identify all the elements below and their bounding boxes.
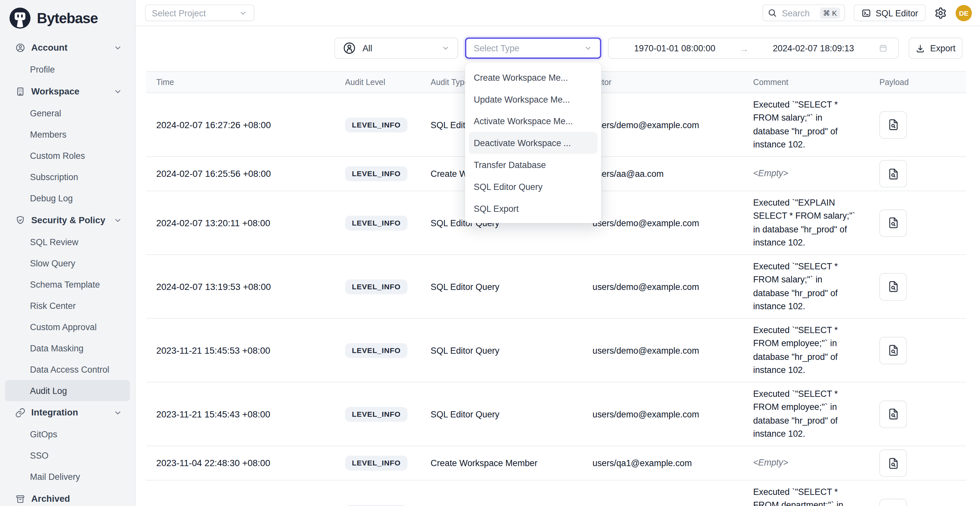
link-icon	[15, 407, 26, 418]
sidebar-item-integration[interactable]: Integration	[5, 401, 130, 423]
sidebar-item-general[interactable]: General	[5, 103, 130, 124]
date-from[interactable]: 1970-01-01 08:00:00	[619, 43, 730, 53]
level-badge: LEVEL_INFO	[345, 456, 407, 471]
table-row: 2023-11-21 15:45:43 +08:00 LEVEL_INFO SQ…	[146, 382, 966, 446]
sidebar-item-custom-roles[interactable]: Custom Roles	[5, 145, 130, 166]
chevron-down-icon	[113, 87, 123, 96]
logo-wordmark: Bytebase	[37, 10, 98, 27]
sidebar-item-audit-log[interactable]: Audit Log	[5, 380, 130, 401]
column-header-audit-level: Audit Level	[345, 78, 431, 87]
sidebar-item-data-access-control[interactable]: Data Access Control	[5, 359, 130, 380]
sidebar-item-members[interactable]: Members	[5, 124, 130, 145]
bytebase-logo-icon	[8, 6, 32, 30]
view-payload-button[interactable]	[879, 273, 907, 301]
arrow-right-icon: →	[740, 43, 749, 54]
level-badge: LEVEL_INFO	[345, 166, 407, 181]
column-header-payload: Payload	[879, 78, 966, 87]
level-badge: LEVEL_INFO	[345, 407, 407, 422]
view-payload-button[interactable]	[879, 400, 907, 428]
building-icon	[15, 86, 26, 97]
download-icon	[916, 43, 926, 53]
shield-check-icon	[15, 215, 26, 226]
chevron-down-icon	[441, 44, 450, 53]
project-select[interactable]: Select Project	[145, 4, 255, 21]
chevron-down-icon	[239, 8, 247, 18]
view-payload-button[interactable]	[879, 111, 907, 138]
file-search-icon	[886, 344, 900, 357]
sidebar-item-slow-query[interactable]: Slow Query	[5, 252, 130, 274]
column-header-actor: Actor	[593, 78, 753, 87]
level-badge: LEVEL_INFO	[345, 343, 407, 358]
search-box[interactable]: ⌘ K	[763, 4, 845, 21]
search-shortcut-badge: ⌘ K	[820, 7, 840, 18]
actor-filter-select[interactable]: All	[334, 38, 458, 59]
sidebar-item-security-policy[interactable]: Security & Policy	[5, 209, 130, 231]
sidebar-item-profile[interactable]: Profile	[5, 59, 130, 80]
file-search-icon	[886, 457, 900, 470]
menu-item-activate-workspace-member[interactable]: Activate Workspace Me...	[465, 110, 601, 132]
sidebar-item-schema-template[interactable]: Schema Template	[5, 274, 130, 295]
sidebar-item-account[interactable]: Account	[5, 36, 130, 59]
sidebar-item-debug-log[interactable]: Debug Log	[5, 188, 130, 209]
user-circle-icon	[15, 42, 26, 53]
sidebar-item-workspace[interactable]: Workspace	[5, 80, 130, 103]
topbar: Select Project ⌘ K SQL Editor DE	[136, 0, 980, 26]
app-window: Bytebase Account Profile Workspace Gener…	[0, 0, 980, 506]
sql-editor-button[interactable]: SQL Editor	[854, 4, 926, 21]
sidebar-item-archived[interactable]: Archived	[5, 487, 130, 506]
view-payload-button[interactable]	[879, 449, 907, 477]
audit-log-page: All Select Type 1970-01-01 08:00:00 → 20…	[136, 26, 980, 506]
sidebar-item-mail-delivery[interactable]: Mail Delivery	[5, 466, 130, 487]
view-payload-button[interactable]	[879, 337, 907, 364]
menu-item-transfer-database[interactable]: Transfer Database	[465, 154, 601, 175]
menu-item-sql-export[interactable]: SQL Export	[465, 197, 601, 220]
calendar-icon	[878, 43, 888, 53]
date-range-picker[interactable]: 1970-01-01 08:00:00 → 2024-02-07 18:09:1…	[608, 38, 899, 59]
table-row: 2023-11-04 22:48:30 +08:00 LEVEL_INFO Cr…	[146, 446, 966, 481]
file-search-icon	[886, 167, 900, 180]
level-badge: LEVEL_INFO	[345, 117, 407, 132]
menu-item-sql-editor-query[interactable]: SQL Editor Query	[465, 175, 601, 197]
date-to[interactable]: 2024-02-07 18:09:13	[757, 43, 869, 53]
column-header-comment: Comment	[753, 78, 879, 87]
menu-item-create-workspace-member[interactable]: Create Workspace Me...	[465, 66, 601, 88]
menu-item-deactivate-workspace-member[interactable]: Deactivate Workspace ...	[469, 132, 598, 154]
chevron-down-icon	[113, 408, 123, 417]
type-filter-dropdown: Create Workspace Me... Update Workspace …	[465, 62, 601, 223]
sidebar-item-risk-center[interactable]: Risk Center	[5, 295, 130, 316]
sidebar-item-gitops[interactable]: GitOps	[5, 423, 130, 445]
archive-icon	[15, 493, 26, 504]
sidebar-item-sql-review[interactable]: SQL Review	[5, 231, 130, 252]
table-row: 2024-02-07 13:19:53 +08:00 LEVEL_INFO SQ…	[146, 255, 966, 319]
view-payload-button[interactable]	[879, 498, 907, 506]
level-badge: LEVEL_INFO	[345, 215, 407, 231]
terminal-icon	[861, 8, 872, 18]
menu-item-update-workspace-member[interactable]: Update Workspace Me...	[465, 88, 601, 110]
file-search-icon	[886, 407, 900, 421]
table-row: 2023-11-21 15:45:53 +08:00 LEVEL_INFO SQ…	[146, 319, 966, 382]
file-search-icon	[886, 216, 900, 229]
sidebar-item-sso[interactable]: SSO	[5, 445, 130, 466]
file-search-icon	[886, 118, 900, 131]
avatar[interactable]: DE	[956, 5, 972, 21]
search-icon	[767, 8, 777, 18]
type-filter-select[interactable]: Select Type	[465, 38, 601, 59]
search-input[interactable]	[781, 7, 816, 18]
table-row: 2023-11-04 21:26:24 +08:00 LEVEL_INFO SQ…	[146, 481, 966, 506]
level-badge: LEVEL_INFO	[345, 279, 407, 294]
view-payload-button[interactable]	[879, 160, 907, 187]
settings-gear-icon[interactable]	[934, 6, 947, 19]
chevron-down-icon	[113, 215, 123, 225]
chevron-down-icon	[584, 44, 593, 53]
column-header-time: Time	[146, 78, 345, 87]
sidebar-item-subscription[interactable]: Subscription	[5, 166, 130, 188]
sidebar-item-data-masking[interactable]: Data Masking	[5, 337, 130, 359]
sidebar-nav: Account Profile Workspace General Member…	[0, 36, 135, 506]
file-search-icon	[886, 280, 900, 293]
user-circle-icon	[342, 41, 356, 55]
level-badge: LEVEL_INFO	[345, 505, 407, 506]
sidebar-item-custom-approval[interactable]: Custom Approval	[5, 316, 130, 337]
view-payload-button[interactable]	[879, 209, 907, 237]
export-button[interactable]: Export	[909, 38, 963, 59]
bytebase-logo[interactable]: Bytebase	[0, 0, 135, 36]
